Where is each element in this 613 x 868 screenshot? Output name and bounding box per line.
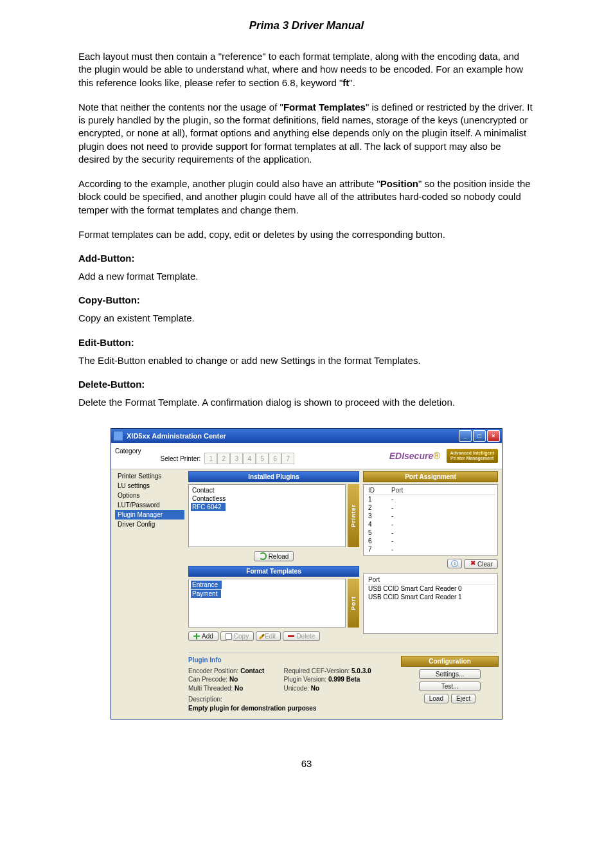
p2-bold: Format Templates xyxy=(283,102,366,113)
delete-icon xyxy=(288,635,294,637)
p3-bold: Position xyxy=(380,178,418,189)
sidebar-item-lut-password[interactable]: LUT/Password xyxy=(115,500,184,510)
table-row[interactable]: 4- xyxy=(366,520,495,529)
brand-secure: secure xyxy=(404,451,433,461)
sidebar-item-options[interactable]: Options xyxy=(115,491,184,500)
format-templates-list[interactable]: EntrancePayment xyxy=(188,579,346,628)
p3-text-a: According to the example, another plugin… xyxy=(78,178,380,189)
section-copy-label: Copy-Button: xyxy=(78,294,535,305)
reload-icon xyxy=(259,552,267,560)
minimize-button[interactable]: _ xyxy=(459,430,472,442)
pa-col-id: ID xyxy=(366,486,389,494)
brand-strip: EDIsecure® Advanced Intelligent Printer … xyxy=(389,449,498,462)
delete-button[interactable]: Delete xyxy=(283,631,320,641)
p1-text-a: Each layout must then contain a "referen… xyxy=(78,51,523,88)
paragraph-4: Format templates can be add, copy, edit … xyxy=(78,228,535,241)
app-icon xyxy=(113,431,123,441)
plugin-info-header: Plugin Info xyxy=(188,656,395,665)
section-edit-label: Edit-Button: xyxy=(78,337,535,348)
section-delete-label: Delete-Button: xyxy=(78,379,535,390)
section-edit-body: The Edit-Button enabled to change or add… xyxy=(78,354,535,367)
paragraph-1: Each layout must then contain a "referen… xyxy=(78,50,535,89)
table-row[interactable]: 3- xyxy=(366,512,495,520)
p2-text-a: Note that neither the contents nor the u… xyxy=(78,102,283,113)
category-label: Category xyxy=(115,448,141,455)
info-icon xyxy=(451,560,458,567)
clear-button[interactable]: ✖Clear xyxy=(464,559,498,569)
installed-plugins-list[interactable]: ContactContactlessRFC 6042 xyxy=(188,484,346,547)
port-assignment-header: Port Assignment xyxy=(363,471,498,482)
brand-badge-line2: Printer Management xyxy=(450,456,493,460)
info-button[interactable] xyxy=(447,559,462,568)
list-item[interactable]: USB CCID Smart Card Reader 0 xyxy=(366,584,495,593)
copy-button[interactable]: Copy xyxy=(220,631,254,641)
copy-icon xyxy=(226,633,232,640)
format-templates-header: Format Templates xyxy=(188,566,359,577)
plugin-info-block: Plugin Info Encoder Position: Contact Ca… xyxy=(188,656,395,712)
vtab-printer[interactable]: Printer xyxy=(348,484,359,547)
table-row[interactable]: 7- xyxy=(366,545,495,554)
table-row[interactable]: 1- xyxy=(366,495,495,503)
section-add-label: Add-Button: xyxy=(78,253,535,264)
category-sidebar: Printer SettingsLU settingsOptionsLUT/Pa… xyxy=(115,471,184,641)
port-list[interactable]: Port USB CCID Smart Card Reader 0USB CCI… xyxy=(363,574,498,634)
admin-center-window: XID5xx Administration Center _ □ × Categ… xyxy=(111,428,502,719)
sidebar-item-printer-settings[interactable]: Printer Settings xyxy=(115,471,184,481)
paragraph-3: According to the example, another plugin… xyxy=(78,177,535,217)
list-item[interactable]: USB CCID Smart Card Reader 1 xyxy=(366,593,495,601)
page-title: Prima 3 Driver Manual xyxy=(78,19,535,32)
printer-num-2[interactable]: 2 xyxy=(217,453,230,464)
reload-button[interactable]: Reload xyxy=(254,551,294,561)
add-button[interactable]: Add xyxy=(188,631,218,641)
settings-button[interactable]: Settings... xyxy=(419,669,481,679)
printer-num-1[interactable]: 1 xyxy=(204,453,217,464)
header-row: Category Select Printer: 1234567 EDIsecu… xyxy=(111,443,502,469)
edit-icon xyxy=(259,633,265,639)
list-item[interactable]: Payment xyxy=(191,590,221,598)
brand-reg: ® xyxy=(433,451,440,461)
sidebar-item-driver-config[interactable]: Driver Config xyxy=(115,520,184,529)
list-item[interactable]: Contact xyxy=(191,486,343,494)
vtab-port[interactable]: Port xyxy=(348,579,359,628)
table-row[interactable]: 2- xyxy=(366,503,495,512)
configuration-header: Configuration xyxy=(401,656,499,667)
paragraph-2: Note that neither the contents nor the u… xyxy=(78,101,535,166)
p1-text-b: ". xyxy=(349,77,355,88)
edit-button[interactable]: Edit xyxy=(256,631,281,641)
page-number: 63 xyxy=(78,758,535,769)
list-item[interactable]: Contactless xyxy=(191,494,343,503)
brand-badge-line1: Advanced Intelligent xyxy=(450,451,494,455)
section-delete-body: Delete the Format Template. A confirmati… xyxy=(78,396,535,409)
printer-num-3[interactable]: 3 xyxy=(230,453,243,464)
select-printer-label: Select Printer: xyxy=(161,455,201,462)
installed-plugins-header: Installed Plugins xyxy=(188,471,359,482)
table-row[interactable]: 6- xyxy=(366,537,495,545)
eject-button[interactable]: Eject xyxy=(451,694,475,703)
printer-num-7[interactable]: 7 xyxy=(281,453,294,464)
printer-num-4[interactable]: 4 xyxy=(243,453,256,464)
window-title: XID5xx Administration Center xyxy=(127,432,459,440)
table-row[interactable]: 5- xyxy=(366,529,495,537)
plus-icon xyxy=(193,633,200,640)
x-icon: ✖ xyxy=(469,561,475,567)
section-copy-body: Copy an existent Template. xyxy=(78,312,535,325)
list-item[interactable]: RFC 6042 xyxy=(191,503,226,511)
screenshot: XID5xx Administration Center _ □ × Categ… xyxy=(111,428,502,719)
close-button[interactable]: × xyxy=(487,430,500,442)
sidebar-item-lu-settings[interactable]: LU settings xyxy=(115,481,184,491)
port-assignment-table[interactable]: ID Port 1-2-3-4-5-6-7- xyxy=(363,484,498,556)
brand-badge: Advanced Intelligent Printer Management xyxy=(447,449,498,462)
maximize-button[interactable]: □ xyxy=(473,430,486,442)
printer-num-5[interactable]: 5 xyxy=(256,453,269,464)
p1-bold: ft xyxy=(342,77,349,88)
brand-edi: EDI xyxy=(389,451,404,461)
test-button[interactable]: Test... xyxy=(419,682,481,691)
window-titlebar[interactable]: XID5xx Administration Center _ □ × xyxy=(111,429,502,443)
load-button[interactable]: Load xyxy=(424,694,449,703)
pa-col-port: Port xyxy=(389,486,495,494)
printer-num-6[interactable]: 6 xyxy=(269,453,281,464)
port-list-header: Port xyxy=(366,575,495,584)
sidebar-item-plugin-manager[interactable]: Plugin Manager xyxy=(115,510,184,520)
section-add-body: Add a new format Template. xyxy=(78,270,535,283)
list-item[interactable]: Entrance xyxy=(191,581,222,589)
